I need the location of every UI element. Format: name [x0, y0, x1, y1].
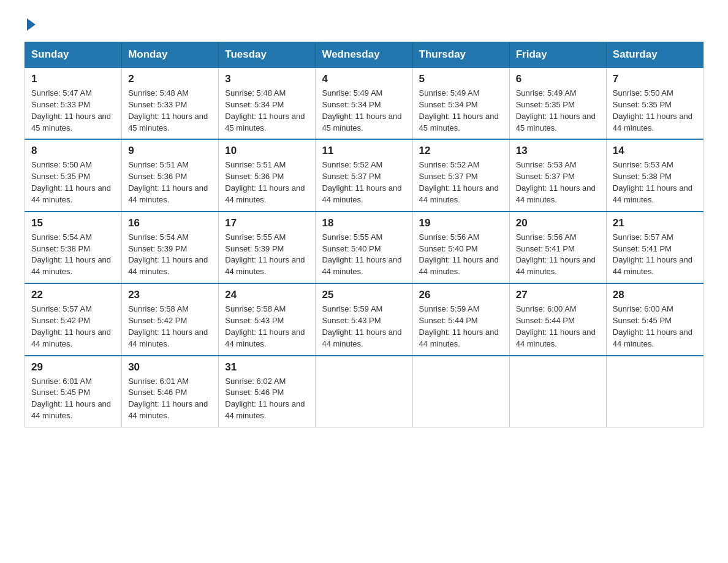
logo — [25, 18, 36, 31]
day-info: Sunrise: 5:53 AMSunset: 5:38 PMDaylight:… — [613, 160, 692, 204]
day-number: 23 — [128, 289, 212, 301]
day-info: Sunrise: 5:51 AMSunset: 5:36 PMDaylight:… — [128, 160, 208, 204]
day-number: 21 — [613, 217, 697, 229]
calendar-cell: 15 Sunrise: 5:54 AMSunset: 5:38 PMDaylig… — [25, 212, 122, 283]
day-number: 31 — [225, 361, 309, 373]
day-number: 28 — [613, 289, 697, 301]
day-number: 11 — [322, 145, 406, 157]
calendar-week-row: 8 Sunrise: 5:50 AMSunset: 5:35 PMDayligh… — [25, 139, 703, 211]
day-number: 7 — [613, 73, 697, 85]
calendar-weekday-thursday: Thursday — [412, 42, 509, 68]
calendar-cell: 8 Sunrise: 5:50 AMSunset: 5:35 PMDayligh… — [25, 139, 122, 211]
day-number: 22 — [31, 289, 115, 301]
calendar-header-row: SundayMondayTuesdayWednesdayThursdayFrid… — [25, 42, 703, 68]
day-info: Sunrise: 5:55 AMSunset: 5:40 PMDaylight:… — [322, 232, 401, 277]
calendar-cell: 18 Sunrise: 5:55 AMSunset: 5:40 PMDaylig… — [316, 212, 412, 283]
day-number: 17 — [225, 217, 309, 229]
day-number: 3 — [225, 73, 309, 85]
calendar-cell: 28 Sunrise: 6:00 AMSunset: 5:45 PMDaylig… — [606, 283, 703, 355]
day-info: Sunrise: 5:59 AMSunset: 5:44 PMDaylight:… — [419, 304, 499, 348]
day-info: Sunrise: 5:52 AMSunset: 5:37 PMDaylight:… — [419, 160, 499, 204]
day-number: 1 — [31, 73, 115, 85]
day-number: 10 — [225, 145, 309, 157]
logo-blue-text — [25, 18, 36, 31]
calendar-cell: 31 Sunrise: 6:02 AMSunset: 5:46 PMDaylig… — [219, 356, 316, 427]
calendar-cell: 2 Sunrise: 5:48 AMSunset: 5:33 PMDayligh… — [122, 67, 219, 139]
calendar-weekday-saturday: Saturday — [606, 42, 703, 68]
day-number: 27 — [516, 289, 600, 301]
calendar-cell: 20 Sunrise: 5:56 AMSunset: 5:41 PMDaylig… — [509, 212, 606, 283]
day-number: 13 — [516, 145, 600, 157]
day-info: Sunrise: 5:57 AMSunset: 5:42 PMDaylight:… — [31, 304, 111, 348]
day-number: 15 — [31, 217, 115, 229]
day-info: Sunrise: 6:00 AMSunset: 5:45 PMDaylight:… — [613, 304, 692, 348]
calendar-cell: 6 Sunrise: 5:49 AMSunset: 5:35 PMDayligh… — [509, 67, 606, 139]
day-info: Sunrise: 6:00 AMSunset: 5:44 PMDaylight:… — [516, 304, 596, 348]
calendar-week-row: 29 Sunrise: 6:01 AMSunset: 5:45 PMDaylig… — [25, 356, 703, 427]
day-number: 4 — [322, 73, 406, 85]
day-number: 5 — [419, 73, 503, 85]
day-info: Sunrise: 5:49 AMSunset: 5:34 PMDaylight:… — [322, 88, 401, 132]
calendar-cell: 3 Sunrise: 5:48 AMSunset: 5:34 PMDayligh… — [219, 67, 316, 139]
calendar-weekday-tuesday: Tuesday — [219, 42, 316, 68]
calendar-weekday-friday: Friday — [509, 42, 606, 68]
day-number: 25 — [322, 289, 406, 301]
calendar-cell: 14 Sunrise: 5:53 AMSunset: 5:38 PMDaylig… — [606, 139, 703, 211]
day-number: 8 — [31, 145, 115, 157]
calendar-cell: 26 Sunrise: 5:59 AMSunset: 5:44 PMDaylig… — [412, 283, 509, 355]
day-info: Sunrise: 5:59 AMSunset: 5:43 PMDaylight:… — [322, 304, 401, 348]
day-info: Sunrise: 5:54 AMSunset: 5:39 PMDaylight:… — [128, 232, 208, 277]
day-info: Sunrise: 5:54 AMSunset: 5:38 PMDaylight:… — [31, 232, 111, 277]
day-info: Sunrise: 5:53 AMSunset: 5:37 PMDaylight:… — [516, 160, 596, 204]
calendar-cell: 9 Sunrise: 5:51 AMSunset: 5:36 PMDayligh… — [122, 139, 219, 211]
day-number: 9 — [128, 145, 212, 157]
calendar-week-row: 22 Sunrise: 5:57 AMSunset: 5:42 PMDaylig… — [25, 283, 703, 355]
calendar-cell: 12 Sunrise: 5:52 AMSunset: 5:37 PMDaylig… — [412, 139, 509, 211]
calendar-cell: 5 Sunrise: 5:49 AMSunset: 5:34 PMDayligh… — [412, 67, 509, 139]
calendar-cell: 16 Sunrise: 5:54 AMSunset: 5:39 PMDaylig… — [122, 212, 219, 283]
day-number: 30 — [128, 361, 212, 373]
day-info: Sunrise: 5:51 AMSunset: 5:36 PMDaylight:… — [225, 160, 305, 204]
day-number: 18 — [322, 217, 406, 229]
calendar-cell: 25 Sunrise: 5:59 AMSunset: 5:43 PMDaylig… — [316, 283, 412, 355]
day-info: Sunrise: 6:01 AMSunset: 5:46 PMDaylight:… — [128, 377, 208, 421]
day-number: 2 — [128, 73, 212, 85]
day-number: 20 — [516, 217, 600, 229]
calendar-cell: 30 Sunrise: 6:01 AMSunset: 5:46 PMDaylig… — [122, 356, 219, 427]
calendar-cell: 4 Sunrise: 5:49 AMSunset: 5:34 PMDayligh… — [316, 67, 412, 139]
day-number: 19 — [419, 217, 503, 229]
day-info: Sunrise: 5:52 AMSunset: 5:37 PMDaylight:… — [322, 160, 401, 204]
calendar-week-row: 1 Sunrise: 5:47 AMSunset: 5:33 PMDayligh… — [25, 67, 703, 139]
logo-triangle-icon — [27, 18, 36, 31]
day-info: Sunrise: 5:58 AMSunset: 5:43 PMDaylight:… — [225, 304, 305, 348]
calendar-cell — [316, 356, 412, 427]
day-info: Sunrise: 6:01 AMSunset: 5:45 PMDaylight:… — [31, 377, 111, 421]
day-number: 12 — [419, 145, 503, 157]
calendar-cell: 24 Sunrise: 5:58 AMSunset: 5:43 PMDaylig… — [219, 283, 316, 355]
calendar-weekday-wednesday: Wednesday — [316, 42, 412, 68]
day-info: Sunrise: 5:49 AMSunset: 5:34 PMDaylight:… — [419, 88, 499, 132]
day-info: Sunrise: 5:56 AMSunset: 5:41 PMDaylight:… — [516, 232, 596, 277]
calendar-cell: 13 Sunrise: 5:53 AMSunset: 5:37 PMDaylig… — [509, 139, 606, 211]
calendar-cell: 11 Sunrise: 5:52 AMSunset: 5:37 PMDaylig… — [316, 139, 412, 211]
day-info: Sunrise: 5:58 AMSunset: 5:42 PMDaylight:… — [128, 304, 208, 348]
calendar-weekday-monday: Monday — [122, 42, 219, 68]
day-info: Sunrise: 5:48 AMSunset: 5:34 PMDaylight:… — [225, 88, 305, 132]
day-info: Sunrise: 5:57 AMSunset: 5:41 PMDaylight:… — [613, 232, 692, 277]
calendar-cell: 19 Sunrise: 5:56 AMSunset: 5:40 PMDaylig… — [412, 212, 509, 283]
calendar-cell: 10 Sunrise: 5:51 AMSunset: 5:36 PMDaylig… — [219, 139, 316, 211]
calendar-week-row: 15 Sunrise: 5:54 AMSunset: 5:38 PMDaylig… — [25, 212, 703, 283]
day-info: Sunrise: 6:02 AMSunset: 5:46 PMDaylight:… — [225, 377, 305, 421]
day-number: 26 — [419, 289, 503, 301]
calendar-cell: 7 Sunrise: 5:50 AMSunset: 5:35 PMDayligh… — [606, 67, 703, 139]
day-number: 16 — [128, 217, 212, 229]
day-number: 6 — [516, 73, 600, 85]
day-info: Sunrise: 5:55 AMSunset: 5:39 PMDaylight:… — [225, 232, 305, 277]
calendar-cell: 29 Sunrise: 6:01 AMSunset: 5:45 PMDaylig… — [25, 356, 122, 427]
calendar-cell: 17 Sunrise: 5:55 AMSunset: 5:39 PMDaylig… — [219, 212, 316, 283]
day-number: 14 — [613, 145, 697, 157]
calendar-cell: 23 Sunrise: 5:58 AMSunset: 5:42 PMDaylig… — [122, 283, 219, 355]
calendar-cell: 22 Sunrise: 5:57 AMSunset: 5:42 PMDaylig… — [25, 283, 122, 355]
day-info: Sunrise: 5:50 AMSunset: 5:35 PMDaylight:… — [613, 88, 692, 132]
header — [25, 18, 703, 31]
